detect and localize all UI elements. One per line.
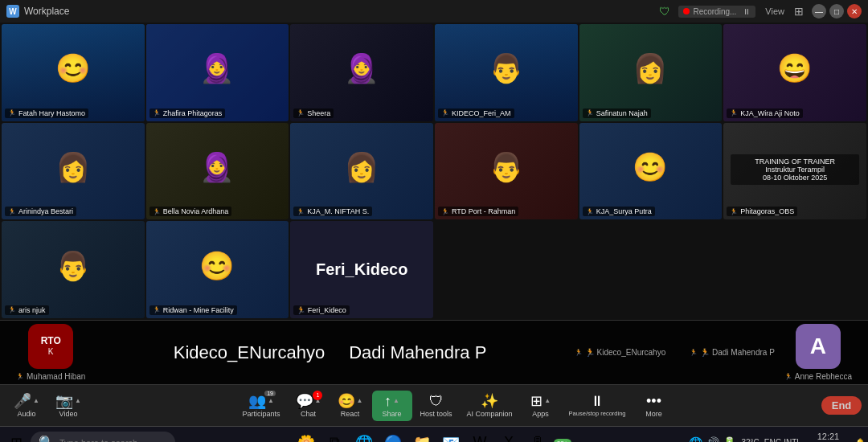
end-button[interactable]: End (821, 396, 862, 415)
speaker-names: Kideco_ENurcahyo Dadi Mahendra P (109, 342, 550, 363)
participant-name-3: Sheera (293, 108, 334, 118)
speaker-1-name: Kideco_ENurcahyo (174, 342, 325, 363)
network-icon: 🌐 (689, 436, 702, 443)
host-tools-button[interactable]: 🛡 Host tools (414, 391, 459, 421)
taskbar-app-word[interactable]: W (467, 430, 493, 443)
ai-icon: ✨ (481, 394, 498, 408)
participants-count: 19 (264, 391, 276, 396)
react-caret: ▲ (357, 397, 363, 404)
video-cell-9: 👩 KJA_M. NIFTAH S. (290, 123, 433, 220)
temperature: 32°C (741, 438, 759, 442)
audio-button[interactable]: 🎤 ▲ Audio (6, 391, 47, 421)
avatar-bar: RTOK Muhamad Hiban Kideco_ENurcahyo Dadi… (0, 320, 868, 384)
participant-name-12: Phitagoras_OBS (727, 207, 797, 216)
chat-button[interactable]: 💬 1 ▲ Chat (289, 391, 329, 421)
sys-icons: 🌐 🔊 🔋 (689, 436, 736, 443)
ai-companion-label: AI Companion (467, 410, 513, 418)
clock-time: 12:21 (806, 431, 850, 442)
taskbar-app-file-manager[interactable]: 📁 (409, 430, 435, 443)
video-button[interactable]: 📷 ▲ Video (48, 391, 88, 421)
share-button[interactable]: ↑ ▲ Share (372, 391, 412, 421)
apps-caret: ▲ (544, 397, 551, 404)
avatar-1-name: Muhamad Hiban (16, 372, 85, 381)
taskbar-apps: 🌼 ⧉ 🌐 🔵 📁 📧 W X 🎙 99+ (177, 430, 687, 443)
taskbar-app-widgets[interactable]: 🌼 (293, 430, 319, 443)
taskbar-app-chrome[interactable]: 🔵 (380, 430, 406, 443)
grid-icon: ⊞ (794, 5, 804, 18)
taskbar-app-outlook[interactable]: 📧 (438, 430, 464, 443)
video-label: Video (59, 410, 78, 418)
minimize-button[interactable]: — (812, 4, 826, 18)
video-cell-3: 🧕 Sheera (290, 24, 433, 121)
chat-icon: 💬 (296, 394, 313, 408)
participant-name-2: Zhafira Phitagoras (149, 108, 226, 118)
participants-button[interactable]: 👥 19 ▲ Participants (236, 391, 287, 421)
ai-companion-button[interactable]: ✨ AI Companion (461, 391, 519, 421)
apps-button[interactable]: ⊞ ▲ Apps (521, 391, 561, 421)
pause-recording-button[interactable]: ⏸ Pause/stop recording (563, 391, 633, 420)
toolbar-center: 👥 19 ▲ Participants 💬 1 ▲ Chat 😊 ▲ React (236, 391, 674, 421)
toolbar-left: 🎤 ▲ Audio 📷 ▲ Video (6, 391, 88, 421)
participant-name-9: KJA_M. NIFTAH S. (293, 207, 372, 216)
app-icon: W (6, 5, 19, 18)
notification-icon[interactable]: 🔔 (855, 438, 865, 442)
share-label: Share (383, 410, 402, 418)
more-button[interactable]: ••• More (634, 391, 674, 421)
participant-name-7: Arinindya Bestari (5, 207, 76, 216)
taskbar-system-tray: 🌐 🔊 🔋 32°C ENG INTL 12:21 08/10/2024 🔔 (689, 431, 865, 442)
participants-icon: 👥 (248, 394, 266, 408)
search-input[interactable] (59, 438, 164, 443)
taskbar-app-badge: 99+ (554, 438, 571, 442)
host-tools-label: Host tools (420, 410, 452, 418)
taskbar-app-mote[interactable]: 🎙 (525, 430, 551, 443)
video-caret: ▲ (75, 397, 81, 404)
video-grid: 😊 Fatah Hary Hastomo 🧕 Zhafira Phitagora… (0, 23, 868, 320)
pause-icon: ⏸ (590, 394, 604, 408)
participant-name-10: RTD Port - Rahman (438, 207, 518, 216)
search-icon: 🔍 (39, 435, 55, 442)
share-caret: ▲ (393, 397, 399, 404)
video-cell-14: 😊 Ridwan - Mine Facility (146, 221, 289, 318)
close-button[interactable]: ✕ (847, 4, 862, 18)
camera-icon: 📷 (55, 394, 73, 408)
start-button[interactable]: ⊞ (3, 430, 29, 443)
participant-name-14: Ridwan - Mine Facility (149, 305, 237, 315)
video-cell-5: 👩 Safinatun Najah (579, 24, 723, 121)
audio-caret: ▲ (33, 397, 39, 404)
avatar-name-labels: 🏃 Kideco_ENurcahyo 🏃 Dadi Mahendra P (575, 348, 775, 357)
security-icon: 🛡 (659, 5, 670, 18)
host-tools-icon: 🛡 (429, 394, 444, 408)
microphone-icon: 🎤 (14, 394, 31, 408)
share-icon: ↑ (384, 394, 391, 408)
react-button[interactable]: 😊 ▲ React (330, 391, 371, 421)
video-cell-12: TRAINING OF TRAINERInstruktur Terampil08… (723, 123, 866, 220)
avatar-right-group: 🏃 Kideco_ENurcahyo 🏃 Dadi Mahendra P A A… (575, 324, 852, 381)
avatar-1: RTOK Muhamad Hiban (16, 324, 85, 381)
anne-avatar: A (796, 324, 841, 369)
end-label: End (832, 399, 852, 411)
taskbar: ⊞ 🔍 🌼 ⧉ 🌐 🔵 📁 📧 W X 🎙 99+ 🌐 🔊 🔋 32°C ENG… (0, 426, 868, 442)
speaker-icon: 🔊 (706, 436, 719, 443)
avatar-sub-names: 🏃 Kideco_ENurcahyo 🏃 Dadi Mahendra P (575, 348, 775, 357)
apps-icon: ⊞ (530, 394, 542, 408)
avatar-4-name: Anne Rebhecca (784, 372, 852, 381)
video-cell-1: 😊 Fatah Hary Hastomo (2, 24, 145, 121)
recording-badge: Recording... ⏸ (678, 6, 755, 18)
taskbar-search[interactable]: 🔍 (31, 432, 175, 442)
video-cell-8: 🧕 Bella Novia Ardhana (146, 123, 289, 220)
video-cell-13: 👨 aris njuk (2, 221, 145, 318)
taskbar-app-edge[interactable]: 🌐 (351, 430, 377, 443)
audio-label: Audio (17, 410, 35, 418)
rec-dot (683, 8, 690, 14)
participants-label: Participants (243, 410, 280, 418)
title-bar: W Workplace 🛡 Recording... ⏸ View ⊞ — □ … (0, 0, 868, 23)
avatar-4: A Anne Rebhecca (784, 324, 852, 381)
more-label: More (645, 410, 662, 418)
battery-icon: 🔋 (723, 436, 736, 443)
maximize-button[interactable]: □ (829, 4, 844, 18)
video-cell-6: 😄 KJA_Wira Aji Noto (723, 24, 866, 121)
dadi-label: 🏃 Dadi Mahendra P (690, 348, 775, 357)
taskbar-app-excel[interactable]: X (496, 430, 522, 443)
taskbar-app-task-view[interactable]: ⧉ (322, 430, 348, 443)
speaker-2-name: Dadi Mahendra P (349, 342, 486, 363)
